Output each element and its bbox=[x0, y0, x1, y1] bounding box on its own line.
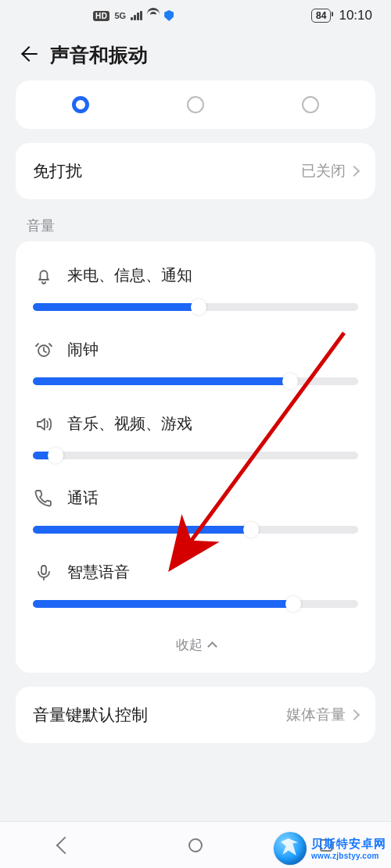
volume-key-value: 媒体音量 bbox=[286, 705, 346, 725]
volume-call-slider[interactable] bbox=[33, 520, 358, 538]
section-volume-label: 音量 bbox=[0, 199, 391, 241]
watermark-cn: 贝斯特安卓网 bbox=[311, 837, 386, 852]
back-icon[interactable] bbox=[19, 47, 36, 64]
volume-call: 通话 bbox=[33, 477, 358, 551]
volume-key-card: 音量键默认控制 媒体音量 bbox=[16, 687, 375, 743]
volume-key-label: 音量键默认控制 bbox=[33, 704, 148, 726]
volume-media: 音乐、视频、游戏 bbox=[33, 402, 358, 477]
volume-voice-slider[interactable] bbox=[33, 594, 358, 613]
dnd-row[interactable]: 免打扰 已关闭 bbox=[16, 143, 375, 199]
status-left: HD 5G bbox=[93, 10, 174, 21]
signal-icon bbox=[131, 11, 142, 20]
mic-icon bbox=[33, 563, 55, 582]
network-label: 5G bbox=[114, 11, 126, 20]
sound-mode-radio-2[interactable] bbox=[187, 96, 204, 113]
watermark-badge-icon bbox=[274, 832, 307, 865]
clock: 10:10 bbox=[339, 8, 372, 23]
volume-ringtone-label: 来电、信息、通知 bbox=[67, 265, 192, 286]
volume-card: 来电、信息、通知 闹钟 音乐、视频、游戏 bbox=[16, 241, 375, 673]
alarm-icon bbox=[33, 341, 55, 359]
chevron-up-icon bbox=[207, 641, 217, 652]
slider-fill bbox=[33, 303, 199, 311]
svg-rect-1 bbox=[41, 566, 46, 574]
hd-icon: HD bbox=[93, 11, 109, 21]
slider-thumb[interactable] bbox=[191, 299, 206, 315]
shield-icon bbox=[164, 10, 174, 21]
sound-mode-radio-3[interactable] bbox=[302, 96, 319, 113]
watermark-en: www.zjbstyy.com bbox=[311, 852, 386, 860]
page-title: 声音和振动 bbox=[50, 42, 148, 68]
volume-alarm: 闹钟 bbox=[33, 328, 358, 402]
volume-call-label: 通话 bbox=[67, 488, 99, 509]
nav-home-icon[interactable] bbox=[188, 838, 203, 852]
collapse-button[interactable]: 收起 bbox=[33, 625, 358, 666]
watermark: 贝斯特安卓网 www.zjbstyy.com bbox=[274, 832, 386, 865]
dnd-label: 免打扰 bbox=[33, 160, 82, 182]
battery-icon: 84 bbox=[311, 9, 331, 23]
volume-ringtone-slider[interactable] bbox=[33, 297, 358, 316]
volume-alarm-slider[interactable] bbox=[33, 371, 358, 390]
dnd-value-wrap: 已关闭 bbox=[301, 161, 358, 181]
nav-back-icon[interactable] bbox=[56, 836, 74, 854]
status-right: 84 10:10 bbox=[311, 8, 372, 23]
status-bar: HD 5G 84 10:10 bbox=[0, 0, 391, 31]
volume-alarm-label: 闹钟 bbox=[67, 339, 99, 360]
volume-ringtone: 来电、信息、通知 bbox=[33, 254, 358, 328]
phone-icon bbox=[33, 489, 55, 508]
wifi-icon bbox=[147, 11, 160, 20]
volume-key-row[interactable]: 音量键默认控制 媒体音量 bbox=[16, 687, 375, 743]
volume-media-slider[interactable] bbox=[33, 445, 358, 464]
chevron-right-icon bbox=[349, 166, 360, 177]
chevron-right-icon bbox=[349, 709, 360, 720]
bell-icon bbox=[33, 266, 55, 285]
speaker-icon bbox=[33, 415, 55, 434]
volume-voice-label: 智慧语音 bbox=[67, 562, 130, 583]
collapse-label: 收起 bbox=[176, 636, 203, 654]
sound-mode-row bbox=[16, 80, 375, 129]
dnd-card: 免打扰 已关闭 bbox=[16, 143, 375, 199]
volume-media-label: 音乐、视频、游戏 bbox=[67, 413, 192, 434]
app-bar: 声音和振动 bbox=[0, 31, 391, 80]
sound-mode-radio-1[interactable] bbox=[72, 96, 89, 113]
volume-voice: 智慧语音 bbox=[33, 551, 358, 625]
dnd-value: 已关闭 bbox=[301, 161, 346, 181]
